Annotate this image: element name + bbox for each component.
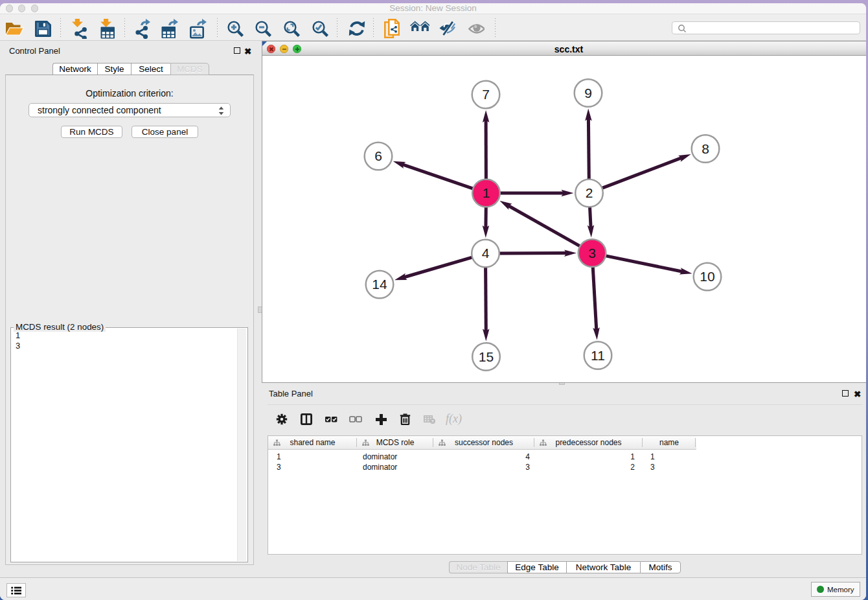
svg-text:8: 8 (702, 141, 709, 156)
svg-text:3: 3 (588, 246, 596, 260)
svg-text:14: 14 (372, 277, 387, 292)
svg-text:10: 10 (700, 269, 714, 284)
svg-text:7: 7 (482, 87, 490, 102)
svg-text:9: 9 (584, 86, 592, 100)
svg-text:6: 6 (374, 148, 382, 163)
svg-text:2: 2 (585, 185, 593, 200)
svg-text:15: 15 (478, 349, 493, 364)
svg-text:11: 11 (591, 348, 605, 363)
svg-text:4: 4 (481, 246, 489, 260)
svg-text:1: 1 (482, 185, 490, 200)
